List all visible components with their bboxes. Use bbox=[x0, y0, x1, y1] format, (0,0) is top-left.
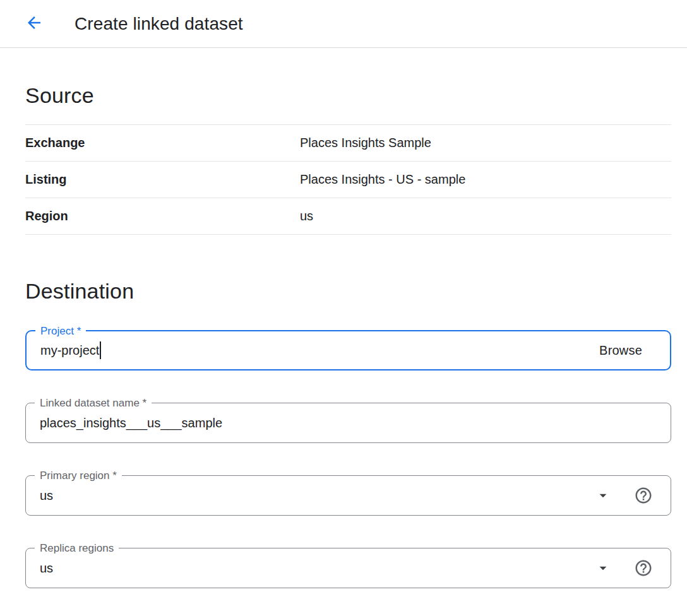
source-row-listing: Listing Places Insights - US - sample bbox=[25, 162, 671, 198]
arrow-left-icon bbox=[25, 13, 44, 35]
caret-down-icon[interactable] bbox=[595, 487, 611, 504]
page-title: Create linked dataset bbox=[75, 14, 243, 34]
replica-regions-select[interactable]: Replica regions us bbox=[25, 548, 671, 588]
project-field[interactable]: Project * my-project Browse bbox=[25, 330, 671, 370]
source-row-value: us bbox=[300, 209, 313, 223]
dataset-name-field[interactable]: Linked dataset name * places_insights___… bbox=[25, 403, 671, 443]
source-row-exchange: Exchange Places Insights Sample bbox=[25, 125, 671, 162]
caret-down-icon[interactable] bbox=[595, 560, 611, 576]
source-row-value: Places Insights Sample bbox=[300, 136, 431, 150]
dataset-name-field-value: places_insights___us___sample bbox=[40, 416, 222, 430]
source-row-value: Places Insights - US - sample bbox=[300, 172, 465, 187]
source-row-label: Listing bbox=[25, 172, 300, 187]
primary-region-select[interactable]: Primary region * us bbox=[25, 475, 671, 516]
back-button[interactable] bbox=[20, 10, 48, 38]
source-row-region: Region us bbox=[25, 198, 671, 235]
text-cursor bbox=[100, 341, 101, 359]
replica-regions-label: Replica regions bbox=[35, 542, 119, 555]
browse-button[interactable]: Browse bbox=[599, 343, 642, 358]
project-field-value: my-project bbox=[40, 343, 99, 358]
help-icon[interactable] bbox=[634, 486, 653, 505]
source-row-label: Region bbox=[25, 209, 300, 223]
dataset-name-field-label: Linked dataset name * bbox=[35, 397, 152, 410]
main-content: Source Exchange Places Insights Sample L… bbox=[0, 83, 687, 588]
replica-regions-value: us bbox=[40, 561, 53, 576]
source-section: Source Exchange Places Insights Sample L… bbox=[25, 83, 671, 235]
primary-region-value: us bbox=[40, 489, 53, 503]
destination-heading: Destination bbox=[25, 279, 671, 304]
header: Create linked dataset bbox=[0, 0, 687, 48]
project-field-label: Project * bbox=[35, 325, 86, 338]
source-row-label: Exchange bbox=[25, 136, 300, 150]
source-heading: Source bbox=[25, 83, 671, 125]
destination-section: Destination Project * my-project Browse … bbox=[25, 279, 671, 588]
help-icon[interactable] bbox=[634, 559, 653, 578]
primary-region-label: Primary region * bbox=[35, 470, 122, 482]
